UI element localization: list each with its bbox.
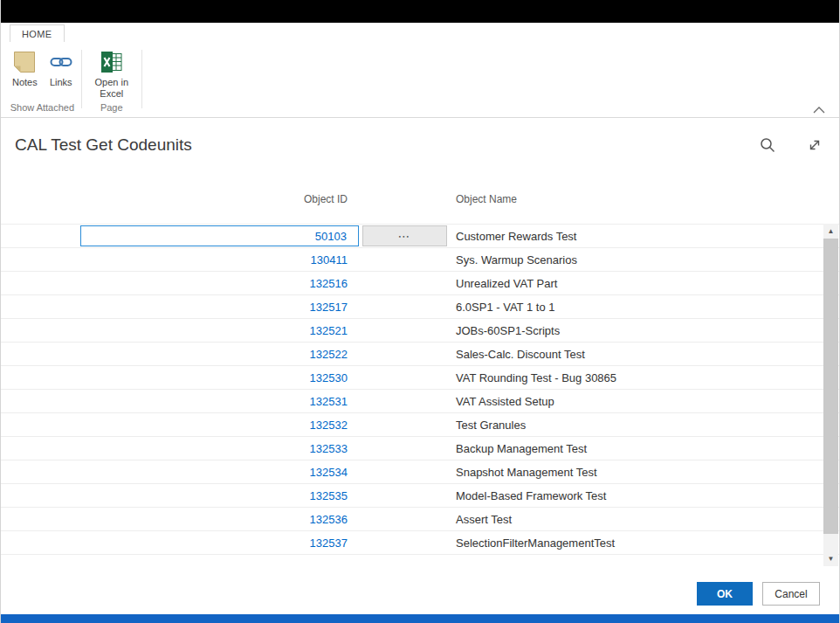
window-titlebar[interactable] [1,0,839,23]
table-row[interactable]: 132537 ⋯ SelectionFilterManagementTest [1,531,839,555]
table-row[interactable]: 132533 ⋯ Backup Management Test [1,437,839,460]
table-row[interactable]: 132535 ⋯ Model-Based Framework Test [1,484,839,508]
object-name-cell[interactable]: Snapshot Management Test [456,466,597,479]
object-id-cell[interactable]: 50103 [80,225,359,246]
notes-label: Notes [12,77,38,88]
page-actions [759,136,823,154]
object-id-cell[interactable]: 132516 [80,277,359,290]
object-name-cell[interactable]: Unrealized VAT Part [456,277,557,290]
excel-icon [100,51,123,73]
scroll-up-button[interactable]: ▲ [823,224,838,239]
object-name-cell[interactable]: Model-Based Framework Test [456,489,606,502]
bottom-accent-strip [1,614,839,623]
column-header-object-name[interactable]: Object Name [456,193,517,206]
ribbon-tab-strip: HOME [1,23,839,42]
object-name-cell[interactable]: Test Granules [456,419,526,432]
object-name-cell[interactable]: Backup Management Test [456,442,587,455]
links-button[interactable]: Links [44,49,79,88]
table-row[interactable]: 130411 ⋯ Sys. Warmup Scenarios [1,248,839,272]
object-id-cell[interactable]: 132531 [80,395,359,408]
ribbon-group-label-show-attached: Show Attached [6,102,79,117]
ribbon-group-separator [81,50,82,108]
object-name-cell[interactable]: JOBs-60SP1-Scripts [456,324,560,337]
search-icon[interactable] [759,136,776,154]
object-id-cell[interactable]: 132537 [80,536,359,550]
object-id-cell[interactable]: 132532 [80,419,359,432]
object-id-cell[interactable]: 132533 [80,442,359,455]
table-row[interactable]: 132536 ⋯ Assert Test [1,508,839,531]
column-header-object-id[interactable]: Object ID [1,193,359,206]
object-name-cell[interactable]: Customer Rewards Test [456,230,576,243]
object-id-cell[interactable]: 132521 [80,324,359,337]
object-id-cell[interactable]: 132536 [80,513,359,526]
notes-button[interactable]: Notes [6,49,44,88]
table-row[interactable]: 132521 ⋯ JOBs-60SP1-Scripts [1,319,839,343]
table-row[interactable]: 132517 ⋯ 6.0SP1 - VAT 1 to 1 [1,295,839,319]
page-title: CAL Test Get Codeunits [15,135,759,155]
scroll-up-icon: ▲ [828,227,835,235]
object-name-cell[interactable]: VAT Rounding Test - Bug 30865 [456,371,616,384]
collapse-ribbon-button[interactable] [813,101,827,112]
table-row[interactable]: 132516 ⋯ Unrealized VAT Part [1,272,839,295]
open-in-excel-button[interactable]: Open in Excel [85,49,139,99]
note-icon [13,51,36,73]
object-name-cell[interactable]: VAT Assisted Setup [456,395,554,408]
scrollbar-thumb[interactable] [823,239,838,534]
chevron-up-icon [813,101,825,116]
object-name-cell[interactable]: SelectionFilterManagementTest [456,536,615,550]
table-row[interactable]: 132532 ⋯ Test Granules [1,413,839,437]
grid-body: 50103 ⋯ Customer Rewards Test 130411 ⋯ S… [1,224,839,555]
scrollbar-track[interactable] [823,239,838,551]
cancel-button[interactable]: Cancel [762,582,820,606]
tab-home[interactable]: HOME [10,24,65,42]
ribbon: Notes Links Show Attached [1,42,839,118]
object-id-cell[interactable]: 132535 [80,489,359,502]
links-label: Links [50,77,72,88]
ribbon-group-show-attached: Notes Links Show Attached [6,42,79,117]
table-row[interactable]: 50103 ⋯ Customer Rewards Test [1,225,839,248]
ok-button[interactable]: OK [697,582,753,606]
scroll-down-button[interactable]: ▼ [823,551,838,566]
dialog-window: HOME Notes [0,0,840,623]
table-row[interactable]: 132534 ⋯ Snapshot Management Test [1,460,839,484]
object-name-cell[interactable]: Assert Test [456,513,512,526]
object-id-cell[interactable]: 132530 [80,371,359,384]
vertical-scrollbar[interactable]: ▲ ▼ [823,224,838,566]
expand-window-icon[interactable] [806,136,823,154]
table-row[interactable]: 132522 ⋯ Sales-Calc. Discount Test [1,343,839,366]
table-row[interactable]: 132530 ⋯ VAT Rounding Test - Bug 30865 [1,366,839,390]
ribbon-group-page: Open in Excel Page [85,42,139,117]
object-id-cell[interactable]: 132534 [80,466,359,479]
dialog-footer: OK Cancel [1,582,839,606]
object-id-cell[interactable]: 132517 [80,301,359,314]
object-name-cell[interactable]: Sys. Warmup Scenarios [456,253,577,267]
grid-column-headers: Object ID Object Name [1,193,839,206]
object-id-cell[interactable]: 130411 [80,253,359,267]
links-icon [50,51,72,73]
object-id-cell[interactable]: 132522 [80,348,359,361]
page-header: CAL Test Get Codeunits [1,118,839,172]
table-row[interactable]: 132531 ⋯ VAT Assisted Setup [1,390,839,413]
object-name-cell[interactable]: 6.0SP1 - VAT 1 to 1 [456,301,554,314]
assist-edit-button[interactable]: ⋯ [362,225,447,246]
ribbon-group-label-page: Page [85,102,139,117]
scroll-down-icon: ▼ [828,555,835,563]
ribbon-group-separator [141,50,142,108]
open-in-excel-label: Open in Excel [91,77,133,99]
object-name-cell[interactable]: Sales-Calc. Discount Test [456,348,585,361]
